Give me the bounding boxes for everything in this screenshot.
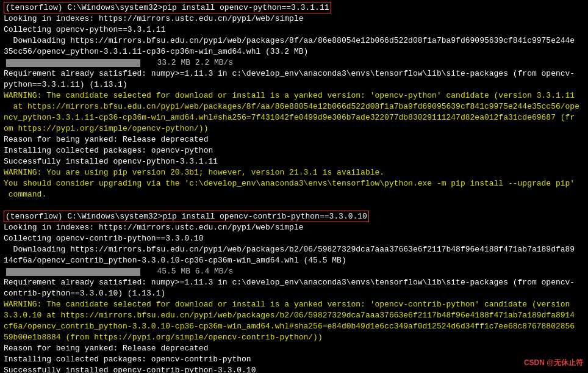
terminal-warning-line: command. — [4, 189, 584, 200]
terminal-line: 14cf6a/opencv_contrib_python-3.3.0.10-cp… — [4, 255, 584, 266]
terminal-line: python==3.3.1.11) (1.13.1) — [4, 79, 584, 90]
terminal-window: (tensorflow) C:\Windows\system32>pip ins… — [0, 0, 588, 373]
terminal-line: (tensorflow) C:\Windows\system32>pip ins… — [4, 211, 584, 222]
terminal-line: Looking in indexes: https://mirrors.ustc… — [4, 222, 584, 233]
terminal-warning-line: at https://mirrors.bfsu.edu.cn/pypi/web/… — [4, 101, 584, 112]
terminal-warning-line: cf6a/opencv_contrib_python-3.3.0.10-cp36… — [4, 321, 584, 332]
terminal-line: Successfully installed opencv-contrib-py… — [4, 365, 584, 373]
progress-line: 33.2 MB 2.2 MB/s — [4, 57, 584, 68]
terminal-warning-line: 3.3.0.10 at https://mirrors.bfsu.edu.cn/… — [4, 310, 584, 321]
command-highlight: (tensorflow) C:\Windows\system32>pip ins… — [4, 2, 331, 13]
progress-bar-2 — [6, 268, 140, 276]
terminal-line: Downloading https://mirrors.bfsu.edu.cn/… — [4, 244, 584, 255]
terminal-warning-line: WARNING: You are using pip version 20.3b… — [4, 167, 584, 178]
terminal-line: (tensorflow) C:\Windows\system32>pip ins… — [4, 2, 584, 13]
progress-speed: 33.2 MB 2.2 MB/s — [143, 57, 233, 68]
terminal-line: Looking in indexes: https://mirrors.ustc… — [4, 13, 584, 24]
terminal-warning-line: WARNING: The candidate selected for down… — [4, 90, 584, 101]
terminal-warning-line: om https://pypi.org/simple/opencv-python… — [4, 123, 584, 134]
terminal-line: Reason for being yanked: Release depreca… — [4, 343, 584, 354]
command-highlight-2: (tensorflow) C:\Windows\system32>pip ins… — [4, 211, 369, 222]
watermark: CSDN @无休止符 — [524, 358, 583, 368]
terminal-blank-line — [4, 200, 584, 211]
terminal-line: Collecting opencv-python==3.3.1.11 — [4, 24, 584, 35]
terminal-warning-line: ncv_python-3.3.1.11-cp36-cp36m-win_amd64… — [4, 112, 584, 123]
terminal-line: Requirement already satisfied: numpy>=1.… — [4, 277, 584, 288]
terminal-line: Collecting opencv-contrib-python==3.3.0.… — [4, 233, 584, 244]
progress-line-2: 45.5 MB 6.4 MB/s — [4, 266, 584, 277]
terminal-line: Reason for being yanked: Release depreca… — [4, 134, 584, 145]
terminal-warning-line: 59b00e1b8884 (from https://pypi.org/simp… — [4, 332, 584, 343]
terminal-line: Successfully installed opencv-python-3.3… — [4, 156, 584, 167]
progress-speed-2: 45.5 MB 6.4 MB/s — [143, 266, 233, 277]
terminal-warning-line: WARNING: The candidate selected for down… — [4, 299, 584, 310]
terminal-line: Requirement already satisfied: numpy>=1.… — [4, 68, 584, 79]
terminal-line: Installing collected packages: opencv-co… — [4, 354, 584, 365]
terminal-line: contrib-python==3.3.0.10) (1.13.1) — [4, 288, 584, 299]
progress-bar — [6, 59, 140, 67]
terminal-line: 35cc56/opencv_python-3.3.1.11-cp36-cp36m… — [4, 46, 584, 57]
terminal-line: Downloading https://mirrors.bfsu.edu.cn/… — [4, 35, 584, 46]
terminal-warning-line: You should consider upgrading via the 'c… — [4, 178, 584, 189]
terminal-line: Installing collected packages: opencv-py… — [4, 145, 584, 156]
